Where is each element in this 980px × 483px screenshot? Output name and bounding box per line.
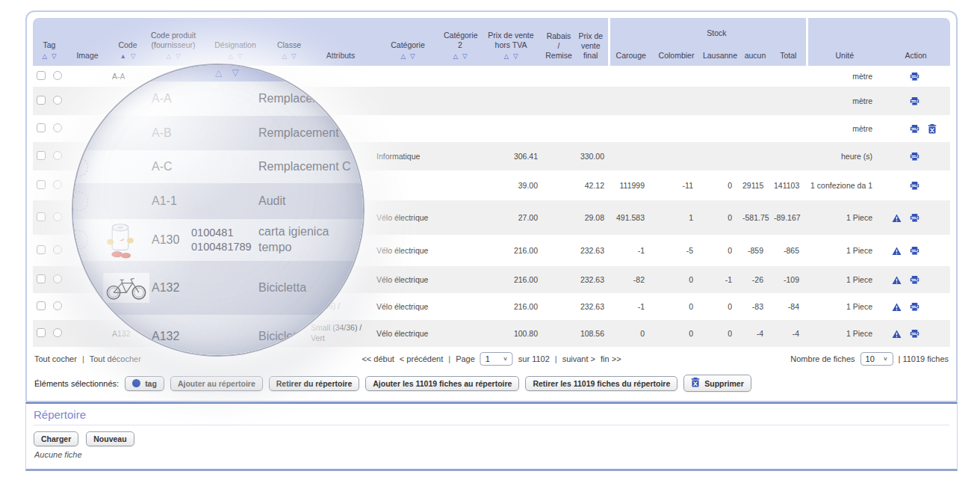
remove-from-repertoire-button[interactable]: Retirer du répertoire: [269, 376, 360, 391]
cell-carouge: [609, 142, 652, 170]
row-radio[interactable]: [53, 123, 62, 132]
sort-down-icon[interactable]: ▽: [291, 52, 297, 60]
sort-arrows[interactable]: ▲▽: [111, 52, 145, 61]
cell-attributs: Small (34/36) / Vert: [308, 320, 373, 347]
cell-lausanne: 0: [701, 320, 739, 347]
print-button[interactable]: [905, 245, 923, 256]
lens-row: A1300100481 0100481789carta igienica tem…: [73, 219, 363, 261]
add-all-to-repertoire-button[interactable]: Ajouter les 11019 fiches au répertoire: [365, 376, 519, 391]
print-button[interactable]: [905, 71, 923, 82]
sort-down-icon[interactable]: ▽: [513, 52, 518, 60]
col-header-designation[interactable]: Désignation△▽: [200, 18, 270, 66]
col-header-label: Catégorie: [375, 40, 441, 50]
row-checkbox[interactable]: [37, 151, 46, 160]
row-radio[interactable]: [53, 212, 62, 221]
sort-up-icon[interactable]: △: [228, 52, 233, 60]
cell-rabais: [544, 87, 574, 115]
lens-code: A-C: [152, 160, 173, 173]
cell-total: -89.167: [771, 200, 807, 235]
sort-down-icon[interactable]: ▽: [52, 52, 57, 60]
select-all-link[interactable]: Tout cocher: [34, 354, 77, 363]
print-button[interactable]: [905, 301, 923, 313]
row-radio[interactable]: [53, 151, 62, 160]
delete-button[interactable]: [923, 123, 941, 135]
sort-up-icon[interactable]: △: [282, 52, 287, 60]
row-radio: [72, 191, 88, 211]
sort-down-icon[interactable]: ▽: [410, 52, 415, 60]
magnifier-lens: △ ▽A-ARemplacement AA-BRemplacement BA-C…: [72, 64, 365, 357]
sort-arrows[interactable]: △▽: [34, 52, 64, 61]
row-checkbox[interactable]: [37, 71, 46, 80]
row-checkbox[interactable]: [37, 212, 46, 221]
col-header-classe[interactable]: Classe△▽: [270, 18, 308, 66]
delete-button[interactable]: Supprimer: [683, 375, 751, 392]
cell-categorie: Informatique: [373, 142, 442, 170]
row-radio[interactable]: [53, 245, 62, 254]
col-header-produit[interactable]: Code produit (fournisseur)△▽: [146, 18, 200, 66]
col-header-code[interactable]: Code▲▽: [109, 18, 146, 66]
print-button[interactable]: [905, 96, 923, 107]
cell-carouge: [609, 66, 652, 87]
nouveau-button[interactable]: Nouveau: [86, 431, 134, 446]
row-checkbox[interactable]: [37, 328, 46, 337]
next-page-link[interactable]: suivant >: [562, 354, 595, 363]
sort-arrows[interactable]: △▽: [272, 52, 306, 61]
print-button[interactable]: [905, 212, 923, 224]
cell-rabais: [544, 142, 574, 170]
col-header-tag[interactable]: Tag△▽: [33, 18, 66, 66]
row-radio[interactable]: [53, 71, 62, 80]
sort-arrows[interactable]: △▽: [375, 52, 441, 61]
print-button[interactable]: [905, 274, 923, 286]
sort-arrows[interactable]: △▽: [480, 52, 542, 61]
sort-down-icon[interactable]: ▽: [238, 52, 243, 60]
col-header-prix[interactable]: Prix de vente hors TVA△▽: [478, 18, 544, 66]
row-checkbox[interactable]: [37, 96, 46, 105]
col-header-label: Carouge: [612, 51, 651, 61]
tag-button[interactable]: tag: [125, 376, 164, 391]
charger-button[interactable]: Charger: [34, 431, 78, 446]
print-button[interactable]: [905, 123, 923, 135]
sort-up-icon[interactable]: △: [453, 52, 458, 60]
col-header-categorie[interactable]: Catégorie△▽: [373, 18, 442, 66]
prev-page-link[interactable]: < précédent: [400, 354, 443, 363]
row-checkbox[interactable]: [37, 301, 46, 310]
row-radio[interactable]: [53, 301, 62, 310]
last-page-link[interactable]: fin >>: [601, 354, 621, 363]
lens-code: A-B: [152, 126, 172, 140]
records-per-page-select[interactable]: 10 ∨: [860, 352, 893, 366]
sort-up-icon[interactable]: △: [400, 52, 406, 60]
print-button[interactable]: [905, 151, 923, 162]
row-checkbox[interactable]: [37, 180, 46, 189]
row-checkbox[interactable]: [37, 123, 46, 132]
cell-rabais: [544, 293, 574, 320]
sort-down-icon[interactable]: ▽: [131, 52, 136, 60]
sort-up-icon[interactable]: △: [42, 52, 47, 60]
row-radio[interactable]: [53, 328, 62, 337]
table-header-row: Tag△▽ImageCode▲▽Code produit (fournisseu…: [33, 18, 950, 66]
row-radio[interactable]: [53, 274, 62, 283]
sort-up-icon[interactable]: △: [166, 52, 171, 60]
deselect-all-link[interactable]: Tout décocher: [90, 354, 141, 363]
cell-unite: 1 confezione da 1: [807, 170, 881, 200]
row-radio[interactable]: [53, 180, 62, 189]
remove-all-from-repertoire-button[interactable]: Retirer les 11019 fiches du répertoire: [525, 376, 677, 391]
col-header-cat2[interactable]: Catégorie 2△▽: [442, 18, 478, 66]
col-header-total: Total: [771, 18, 807, 66]
add-to-repertoire-button[interactable]: Ajouter au répertoire: [170, 376, 263, 391]
first-page-link[interactable]: << début: [362, 354, 394, 363]
row-checkbox[interactable]: [37, 274, 46, 283]
row-checkbox[interactable]: [37, 245, 46, 254]
sort-down-icon[interactable]: ▽: [462, 52, 468, 60]
sort-arrows[interactable]: △▽: [444, 52, 477, 61]
sort-up-icon[interactable]: ▲: [120, 52, 126, 60]
page-select[interactable]: 1 ∨: [480, 352, 513, 366]
print-button[interactable]: [905, 328, 923, 339]
col-header-label: Désignation: [202, 40, 269, 50]
sort-up-icon[interactable]: △: [503, 52, 509, 60]
sort-arrows[interactable]: △▽: [148, 52, 199, 61]
repertoire-empty-text: Aucune fiche: [34, 450, 82, 459]
row-radio[interactable]: [53, 96, 62, 105]
print-button[interactable]: [905, 180, 923, 191]
sort-arrows[interactable]: △▽: [202, 52, 269, 61]
sort-down-icon[interactable]: ▽: [176, 52, 181, 60]
